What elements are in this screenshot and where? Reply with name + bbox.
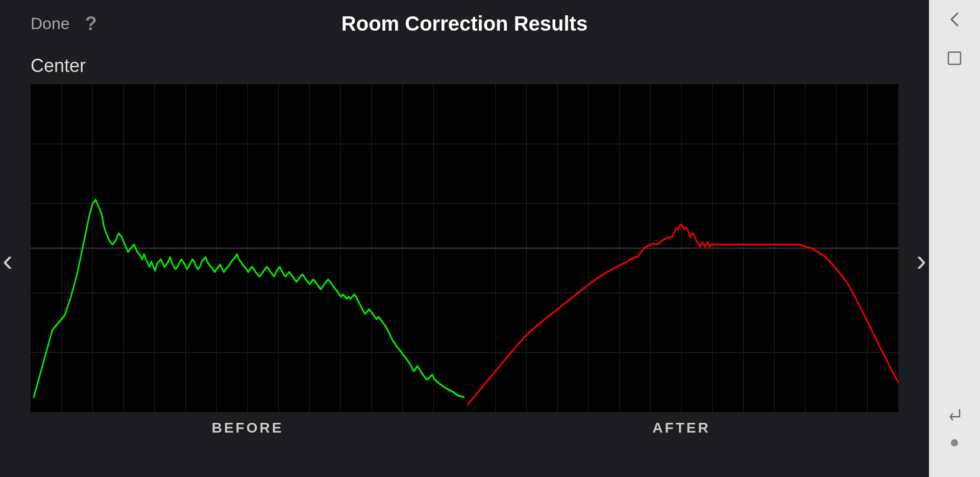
nav-left-button[interactable]: ‹ [3,245,13,276]
charts-row: ‹ [31,84,898,436]
sidebar [929,0,980,477]
after-chart-box [464,84,898,412]
bottom-area [31,436,898,477]
sidebar-bottom [945,406,964,467]
dot-indicator [951,439,958,446]
nav-right-button[interactable]: › [916,245,926,276]
channel-label: Center [31,55,898,77]
main-content: Done ? Room Correction Results Center ‹ [0,0,929,477]
done-button[interactable]: Done [31,14,70,33]
corner-icon[interactable] [945,406,964,424]
corner-svg [945,406,964,424]
back-icon[interactable] [945,10,964,29]
after-label: AFTER [652,420,710,436]
before-chart-svg [31,84,464,412]
before-chart-box [31,84,464,412]
header: Done ? Room Correction Results [31,0,898,45]
after-chart-container: AFTER [464,84,898,436]
window-svg [945,49,964,67]
window-icon[interactable] [945,49,964,67]
after-chart-svg [464,84,898,412]
header-left: Done ? [31,13,97,35]
before-chart-container: BEFORE [31,84,464,436]
back-svg [945,10,964,29]
help-button[interactable]: ? [85,13,97,35]
sidebar-top [945,10,964,67]
page-title: Room Correction Results [341,12,587,35]
before-label: BEFORE [212,420,284,436]
svg-rect-38 [948,52,961,64]
